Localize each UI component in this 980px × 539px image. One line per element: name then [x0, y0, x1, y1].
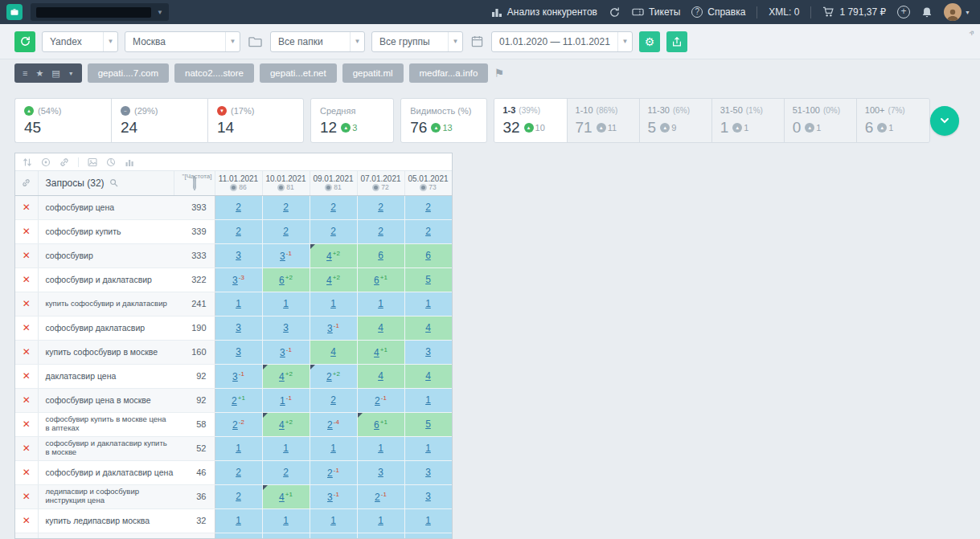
position-link[interactable]: 1: [425, 298, 431, 309]
position-cell[interactable]: 1: [357, 508, 404, 533]
chevron-down-icon[interactable]: ▼: [68, 71, 74, 76]
position-link[interactable]: 1: [236, 443, 241, 454]
position-cell[interactable]: 1: [215, 533, 262, 539]
position-link[interactable]: 2: [327, 419, 333, 431]
expand-stats-button[interactable]: [930, 106, 959, 136]
link-icon[interactable]: [59, 157, 69, 167]
position-cell[interactable]: 6: [357, 243, 404, 267]
position-link[interactable]: 3: [283, 322, 289, 333]
position-cell[interactable]: 2: [215, 195, 262, 219]
help-link[interactable]: ? Справка: [691, 6, 745, 18]
target-icon[interactable]: [41, 157, 51, 167]
position-link[interactable]: 1: [280, 395, 285, 406]
position-link[interactable]: 3: [280, 251, 285, 262]
position-cell[interactable]: 1: [310, 436, 357, 460]
date-column-header[interactable]: 07.01.202172: [357, 171, 404, 195]
position-cell[interactable]: 1: [310, 508, 357, 533]
position-cell[interactable]: 2: [262, 219, 310, 243]
position-cell[interactable]: 2: [310, 195, 357, 219]
position-link[interactable]: 2: [283, 226, 289, 237]
position-link[interactable]: 5: [425, 419, 431, 430]
position-link[interactable]: 2: [236, 226, 241, 237]
pie-chart-icon[interactable]: [106, 157, 116, 167]
xml-limits[interactable]: XML: 0: [769, 6, 799, 18]
position-link[interactable]: 3: [236, 346, 241, 357]
position-link[interactable]: 2: [283, 467, 289, 478]
position-cell[interactable]: 2-2: [215, 412, 262, 436]
position-cell[interactable]: 1: [262, 436, 310, 460]
position-cell[interactable]: 1: [310, 533, 357, 539]
position-cell[interactable]: 4+2: [310, 243, 357, 267]
settings-button[interactable]: ⚙: [639, 31, 660, 52]
delete-query-button[interactable]: ✕: [15, 436, 38, 460]
position-link[interactable]: 3: [425, 346, 431, 357]
position-link[interactable]: 4: [378, 322, 383, 333]
position-cell[interactable]: 2-1: [357, 484, 404, 508]
delete-query-button[interactable]: ✕: [15, 267, 38, 292]
delete-query-button[interactable]: ✕: [15, 340, 38, 364]
position-cell[interactable]: 4+2: [262, 364, 310, 388]
link-column-header[interactable]: [15, 171, 38, 195]
position-link[interactable]: 4: [378, 370, 383, 382]
delete-query-button[interactable]: [15, 533, 38, 539]
position-cell[interactable]: 6+1: [357, 412, 404, 436]
position-link[interactable]: 1: [283, 443, 289, 454]
position-link[interactable]: 1: [425, 443, 431, 454]
position-cell[interactable]: 3-1: [262, 340, 310, 364]
position-link[interactable]: 2: [375, 395, 380, 406]
position-link[interactable]: 6: [279, 275, 285, 286]
position-cell[interactable]: 5: [404, 267, 452, 292]
delete-query-button[interactable]: ✕: [15, 460, 38, 484]
position-link[interactable]: 3: [425, 491, 431, 502]
delete-query-button[interactable]: ✕: [15, 219, 38, 243]
position-cell[interactable]: 3: [215, 243, 262, 267]
position-link[interactable]: 6: [378, 250, 383, 261]
position-cell[interactable]: 6+2: [262, 267, 310, 292]
position-link[interactable]: 1: [378, 443, 383, 454]
position-cell[interactable]: 3-3: [215, 267, 262, 292]
position-link[interactable]: 2: [330, 202, 336, 213]
position-range-tab[interactable]: 1-10(86%)71▲11: [568, 99, 640, 142]
position-cell[interactable]: 1: [262, 533, 310, 539]
star-icon[interactable]: ★: [35, 69, 43, 78]
user-menu[interactable]: ▼: [944, 3, 970, 21]
queries-column-header[interactable]: Запросы (32): [38, 171, 174, 195]
position-link[interactable]: 1: [425, 394, 431, 406]
summary-card[interactable]: −(29%)24: [111, 98, 207, 143]
position-cell[interactable]: 4: [404, 316, 452, 340]
project-selector[interactable]: ▼: [31, 3, 169, 21]
delete-query-button[interactable]: ✕: [15, 243, 38, 267]
delete-query-button[interactable]: ✕: [15, 508, 38, 533]
position-cell[interactable]: 1: [357, 436, 404, 460]
position-cell[interactable]: 4: [357, 364, 404, 388]
position-cell[interactable]: 4: [357, 316, 404, 340]
position-cell[interactable]: 3: [357, 460, 404, 484]
position-cell[interactable]: 2-1: [310, 460, 357, 484]
position-link[interactable]: 1: [330, 298, 336, 309]
position-link[interactable]: 4: [425, 322, 431, 333]
position-cell[interactable]: 3-1: [215, 364, 262, 388]
flag-button[interactable]: ⚑: [494, 67, 504, 80]
position-cell[interactable]: 1: [215, 508, 262, 533]
date-column-header[interactable]: 09.01.202181: [310, 171, 357, 195]
position-link[interactable]: 2: [236, 202, 241, 213]
position-link[interactable]: 4: [279, 419, 285, 431]
groups-select[interactable]: Все группы ▼: [371, 31, 463, 52]
position-cell[interactable]: 2-1: [357, 388, 404, 412]
position-cell[interactable]: 4+1: [357, 340, 404, 364]
position-cell[interactable]: 1: [215, 436, 262, 460]
position-link[interactable]: 3: [327, 323, 333, 334]
position-cell[interactable]: 3-1: [262, 243, 310, 267]
delete-query-button[interactable]: ✕: [15, 195, 38, 219]
position-cell[interactable]: 2+1: [215, 388, 262, 412]
position-link[interactable]: 3: [280, 347, 285, 358]
menu-icon[interactable]: ≡: [23, 69, 27, 78]
tickets-link[interactable]: Тикеты: [632, 6, 680, 18]
position-link[interactable]: 1: [236, 515, 241, 526]
position-cell[interactable]: 1: [357, 292, 404, 316]
position-range-tab[interactable]: 31-50(1%)1▲1: [712, 99, 785, 142]
domain-tab[interactable]: medfar...a.info: [409, 63, 489, 83]
position-cell[interactable]: 1: [404, 388, 452, 412]
position-cell[interactable]: 3: [404, 460, 452, 484]
date-column-header[interactable]: 11.01.202186: [215, 171, 262, 195]
